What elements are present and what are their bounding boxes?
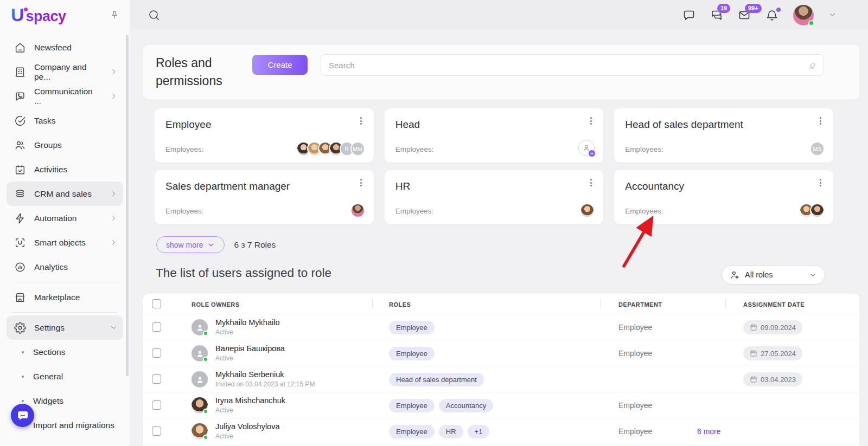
- profile-chevron-down-icon[interactable]: [828, 11, 837, 19]
- chat-icon[interactable]: 19: [710, 9, 723, 22]
- sidebar-item-label: Smart objects: [34, 238, 86, 248]
- row-checkbox[interactable]: [152, 400, 161, 410]
- sidebar-item-settings[interactable]: Settings: [7, 315, 123, 340]
- employee-avatar[interactable]: [350, 203, 365, 218]
- clear-search-icon[interactable]: [807, 60, 817, 70]
- role-card: EmployeeEmployees:BMM: [155, 108, 374, 163]
- sidebar-item-label: Newsfeed: [34, 43, 72, 53]
- sidebar-item-communication[interactable]: Communication ...: [7, 84, 123, 108]
- role-pill[interactable]: +1: [468, 425, 490, 438]
- department-text: Employee: [618, 401, 652, 410]
- sidebar-subitem-sections[interactable]: Sections: [7, 340, 123, 364]
- row-checkbox[interactable]: [152, 348, 161, 358]
- sidebar-item-crm-and-sales[interactable]: CRM and sales: [7, 182, 123, 206]
- employee-avatar-initials[interactable]: MS: [810, 141, 825, 156]
- kebab-menu-icon[interactable]: [585, 115, 597, 127]
- users-list-heading: The list of users assigned to role: [156, 266, 331, 280]
- role-pill[interactable]: Employee: [389, 321, 435, 334]
- kebab-menu-icon[interactable]: [815, 115, 827, 127]
- user-name: Валерія Башкірова: [215, 344, 285, 353]
- sidebar-header: U spacy: [0, 0, 130, 30]
- kebab-menu-icon[interactable]: [815, 177, 827, 189]
- sidebar-item-activities[interactable]: Activities: [7, 157, 123, 182]
- select-all-checkbox[interactable]: [152, 299, 161, 308]
- col-roles: ROLES: [389, 301, 411, 308]
- show-more-row: show more 6 з 7 Roles: [156, 236, 276, 253]
- global-search-icon[interactable]: [148, 9, 161, 22]
- calendar-icon: [750, 376, 757, 383]
- sidebar-item-label: Communication ...: [34, 87, 101, 106]
- kebab-menu-icon[interactable]: [585, 177, 597, 189]
- role-pill[interactable]: Accountancy: [439, 399, 493, 412]
- sidebar-subitem-general[interactable]: General: [7, 364, 123, 389]
- kebab-menu-icon[interactable]: [355, 177, 367, 189]
- role-pill[interactable]: Head of sales department: [389, 373, 484, 386]
- sidebar-item-smart-objects[interactable]: Smart objects: [7, 230, 123, 255]
- role-card-avatars: MS: [814, 141, 825, 156]
- all-roles-label: All roles: [745, 270, 773, 279]
- role-pill[interactable]: Employee: [389, 399, 435, 412]
- sidebar-item-groups[interactable]: Groups: [7, 133, 123, 157]
- row-checkbox[interactable]: [152, 426, 161, 436]
- column-divider: [600, 300, 601, 308]
- all-roles-filter[interactable]: All roles: [722, 265, 825, 285]
- calendar-icon: [750, 350, 757, 357]
- add-employee-button[interactable]: +: [578, 140, 595, 156]
- crm-icon: [14, 188, 26, 200]
- sidebar-item-label: CRM and sales: [34, 189, 92, 199]
- uspacy-logo[interactable]: U spacy: [11, 5, 66, 25]
- user-department: Employee6 more: [618, 418, 743, 444]
- create-role-button[interactable]: Create: [252, 55, 308, 75]
- chevron-right-icon: [110, 190, 118, 198]
- more-roles-link[interactable]: 6 more: [697, 427, 721, 436]
- role-card-avatars: [803, 203, 825, 218]
- mail-icon[interactable]: 99+: [738, 9, 751, 22]
- sidebar-item-marketplace[interactable]: Marketplace: [7, 285, 123, 309]
- sidebar-item-label: Marketplace: [34, 293, 80, 302]
- sidebar-item-newsfeed[interactable]: Newsfeed: [7, 35, 123, 60]
- bell-icon[interactable]: [765, 9, 778, 22]
- role-card: Sales department managerEmployees:: [155, 170, 374, 224]
- kebab-menu-icon[interactable]: [355, 115, 367, 127]
- user-avatar[interactable]: [793, 5, 814, 25]
- chevron-right-icon: [110, 238, 118, 247]
- automation-icon: [14, 212, 26, 224]
- role-pill[interactable]: Employee: [389, 347, 435, 360]
- users-table: ROLE OWNERS ROLES DEPARTMENT ASSIGNMENT …: [143, 294, 859, 446]
- table-row: Mykhailo SerbeniukInvited on 03.04.2023 …: [143, 366, 859, 392]
- row-checkbox[interactable]: [152, 322, 161, 332]
- sidebar-subitem-label: Sections: [33, 347, 65, 357]
- logo-dot: [24, 8, 28, 11]
- role-pill[interactable]: Employee: [389, 425, 435, 438]
- comment-icon[interactable]: [682, 9, 695, 22]
- main-content: Roles and permissions Create EmployeeEmp…: [130, 30, 868, 446]
- activities-icon: [14, 164, 26, 176]
- sidebar-item-company-and-pe[interactable]: Company and pe...: [7, 60, 123, 84]
- support-chat-fab[interactable]: [11, 404, 34, 427]
- sidebar-item-automation[interactable]: Automation: [7, 206, 123, 230]
- sidebar-item-label: Groups: [34, 140, 62, 150]
- pin-sidebar-icon[interactable]: [109, 10, 120, 21]
- sidebar-scrollbar[interactable]: [126, 35, 129, 376]
- online-status-dot: [203, 435, 208, 440]
- col-role-owners: ROLE OWNERS: [192, 301, 240, 308]
- employee-avatar[interactable]: [580, 203, 595, 218]
- sidebar-divider: [12, 312, 118, 313]
- role-card-avatars: [584, 203, 595, 218]
- row-user-avatar-placeholder: [192, 319, 208, 335]
- sidebar-item-tasks[interactable]: Tasks: [7, 108, 123, 133]
- date-pill: 03.04.2023: [743, 372, 802, 386]
- row-user-avatar: [192, 397, 208, 413]
- role-pill[interactable]: HR: [439, 425, 463, 438]
- show-more-button[interactable]: show more: [156, 236, 225, 253]
- chevron-right-icon: [110, 92, 118, 100]
- sidebar-item-label: Company and pe...: [34, 62, 101, 82]
- sidebar-item-analytics[interactable]: Analytics: [7, 255, 123, 279]
- building-icon: [14, 66, 26, 78]
- roles-search-input[interactable]: [321, 61, 807, 70]
- employee-avatar[interactable]: [810, 203, 825, 218]
- row-checkbox[interactable]: [152, 374, 161, 384]
- employee-avatar-initials[interactable]: MM: [350, 141, 365, 156]
- roles-count-text: 6 з 7 Roles: [234, 240, 276, 250]
- user-name: Mykhailo Serbeniuk: [215, 370, 284, 379]
